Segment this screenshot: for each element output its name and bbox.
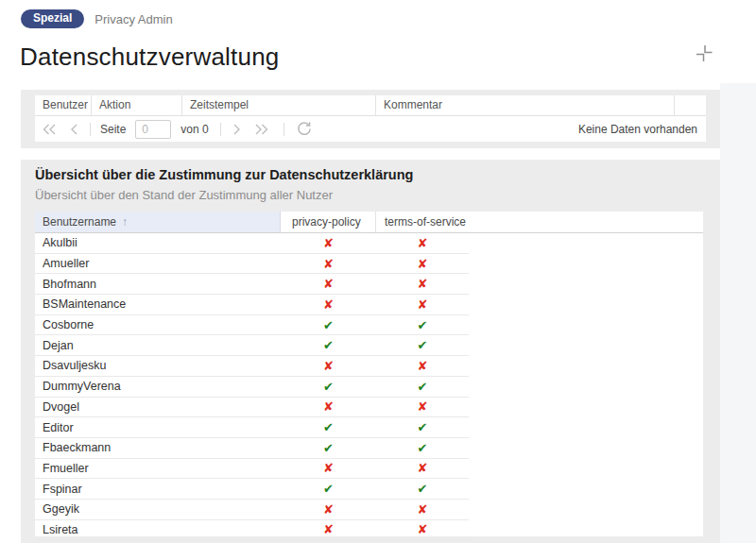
consent-row[interactable]: Dvogel ✘ ✘: [35, 398, 469, 418]
privacy-policy-mark: ✘: [281, 258, 376, 270]
terms-of-service-mark: ✘: [376, 278, 469, 290]
privacy-policy-mark: ✘: [281, 503, 376, 516]
breadcrumb-current-page[interactable]: Privacy Admin: [94, 12, 172, 26]
terms-of-service-mark: ✘: [376, 360, 469, 372]
terms-of-service-mark: ✔: [376, 483, 469, 495]
audit-column-spacer: [675, 95, 706, 115]
privacy-policy-mark: ✔: [281, 421, 376, 433]
privacy-policy-mark: ✘: [281, 360, 376, 372]
pagination-toolbar: Seite von 0 Keine Daten vorhanden: [35, 116, 706, 142]
consent-column-terms-of-service[interactable]: terms-of-service: [376, 212, 466, 232]
consent-row[interactable]: Bhofmann ✘ ✘: [35, 274, 469, 295]
privacy-policy-mark: ✔: [281, 483, 376, 495]
audit-log-panel: Benutzer Aktion Zeitstempel Kommentar Se…: [21, 90, 720, 148]
consent-username: Editor: [35, 421, 281, 434]
chevron-left-icon: [70, 123, 78, 136]
consent-row[interactable]: Lsireta ✘ ✘: [35, 520, 469, 541]
consent-username: Dejan: [35, 339, 281, 352]
privacy-policy-mark: ✔: [281, 381, 376, 393]
consent-username: Lsireta: [35, 523, 281, 536]
consent-row[interactable]: Editor ✔ ✔: [35, 417, 469, 438]
consent-row[interactable]: Dejan ✔ ✔: [35, 335, 469, 356]
previous-page-button[interactable]: [70, 123, 78, 136]
terms-of-service-mark: ✘: [376, 298, 469, 311]
consent-row[interactable]: Akulbii ✘ ✘: [35, 233, 469, 254]
consent-username: Ggeyik: [35, 502, 281, 516]
consent-username: DummyVerena: [35, 380, 281, 393]
consent-column-username[interactable]: Benutzername ↑: [35, 212, 281, 232]
next-page-button[interactable]: [232, 123, 241, 136]
refresh-icon: [296, 121, 313, 137]
terms-of-service-mark: ✘: [376, 237, 469, 249]
privacy-policy-mark: ✔: [281, 319, 376, 331]
consent-row[interactable]: Fspinar ✔ ✔: [35, 479, 469, 500]
terms-of-service-mark: ✔: [376, 339, 469, 351]
empty-grid-message: Keine Daten vorhanden: [578, 123, 697, 136]
consent-row[interactable]: DummyVerena ✔ ✔: [35, 377, 469, 398]
consent-row[interactable]: Cosborne ✔ ✔: [35, 315, 469, 336]
double-chevron-left-icon: [41, 123, 57, 136]
privacy-policy-mark: ✘: [281, 237, 376, 249]
audit-column-zeitstempel[interactable]: Zeitstempel: [182, 95, 376, 115]
consent-row[interactable]: Fbaeckmann ✔ ✔: [35, 438, 469, 459]
consent-column-username-label: Benutzername: [43, 212, 116, 232]
page-total-label: von 0: [180, 123, 208, 136]
audit-column-kommentar[interactable]: Kommentar: [376, 95, 675, 115]
last-page-button[interactable]: [254, 123, 270, 136]
privacy-policy-mark: ✔: [281, 339, 376, 351]
audit-column-benutzer[interactable]: Benutzer: [35, 95, 92, 115]
terms-of-service-mark: ✘: [376, 503, 469, 516]
privacy-policy-mark: ✘: [281, 462, 376, 474]
first-page-button[interactable]: [41, 123, 57, 136]
privacy-policy-mark: ✘: [281, 298, 376, 311]
chevron-right-icon: [232, 123, 241, 136]
consent-overview-panel: Übersicht über die Zustimmung zur Datens…: [21, 160, 720, 543]
page-number-input[interactable]: [135, 120, 171, 139]
breadcrumb: Spezial Privacy Admin: [21, 9, 173, 28]
consent-username: Bhofmann: [35, 278, 281, 291]
terms-of-service-mark: ✔: [376, 421, 469, 433]
consent-username: Dvogel: [35, 400, 281, 414]
consent-username: Akulbii: [35, 236, 281, 249]
refresh-button[interactable]: [296, 121, 313, 137]
page-title: Datenschutzverwaltung: [20, 42, 279, 72]
terms-of-service-mark: ✔: [376, 381, 469, 393]
terms-of-service-mark: ✘: [376, 400, 469, 413]
consent-panel-subtitle: Übersicht über den Stand der Zustimmung …: [35, 188, 706, 202]
consent-username: Fmueller: [35, 462, 281, 475]
consent-row[interactable]: Fmueller ✘ ✘: [35, 459, 469, 480]
privacy-policy-mark: ✘: [281, 278, 376, 290]
consent-username: Dsavuljesku: [35, 359, 281, 372]
terms-of-service-mark: ✔: [376, 319, 469, 331]
page-background-strip: [720, 83, 756, 543]
consent-grid: Benutzername ↑ privacy-policy terms-of-s…: [35, 212, 703, 536]
privacy-policy-mark: ✘: [281, 400, 376, 413]
terms-of-service-mark: ✘: [376, 462, 469, 474]
panel-expand-toggle[interactable]: [693, 42, 715, 64]
toolbar-separator: [220, 123, 221, 136]
consent-username: Fbaeckmann: [35, 441, 281, 454]
consent-grid-body: Akulbii ✘ ✘ Amueller ✘ ✘ Bhofmann ✘ ✘ BS…: [35, 233, 703, 543]
consent-username: Fspinar: [35, 483, 281, 496]
privacy-policy-mark: ✘: [281, 523, 376, 535]
consent-grid-header: Benutzername ↑ privacy-policy terms-of-s…: [35, 212, 703, 233]
audit-grid-header: Benutzer Aktion Zeitstempel Kommentar: [35, 95, 706, 116]
terms-of-service-mark: ✘: [376, 258, 469, 270]
toolbar-separator: [284, 123, 284, 136]
namespace-badge[interactable]: Spezial: [21, 9, 84, 28]
privacy-policy-mark: ✔: [281, 442, 376, 454]
consent-username: Amueller: [35, 257, 281, 270]
terms-of-service-mark: ✔: [376, 442, 469, 454]
consent-panel-title: Übersicht über die Zustimmung zur Datens…: [35, 167, 706, 183]
sort-ascending-icon: ↑: [122, 212, 128, 232]
consent-column-privacy-policy[interactable]: privacy-policy: [281, 212, 376, 232]
consent-username: Cosborne: [35, 318, 281, 331]
toolbar-separator: [90, 123, 91, 136]
consent-row[interactable]: Amueller ✘ ✘: [35, 254, 469, 275]
audit-column-aktion[interactable]: Aktion: [92, 95, 182, 115]
consent-row[interactable]: Dsavuljesku ✘ ✘: [35, 356, 469, 377]
double-chevron-right-icon: [254, 123, 270, 136]
consent-row[interactable]: BSMaintenance ✘ ✘: [35, 295, 469, 315]
consent-row[interactable]: Ggeyik ✘ ✘: [35, 500, 469, 520]
terms-of-service-mark: ✘: [376, 523, 469, 535]
